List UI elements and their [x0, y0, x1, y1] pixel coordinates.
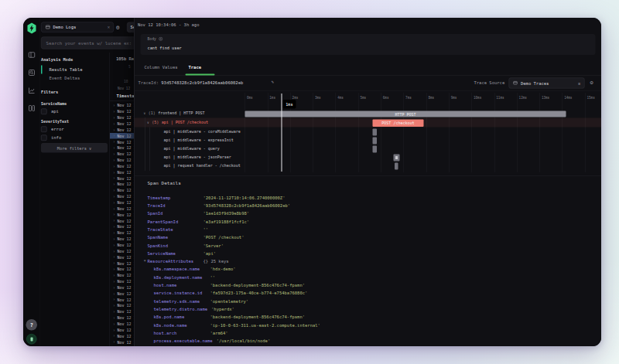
span-detail-row[interactable]: k8s.namespace.name'hdx-demo' [154, 267, 598, 274]
span-bar[interactable] [372, 146, 377, 153]
log-source-select[interactable]: Demo Logs ✕ [41, 22, 114, 33]
chevron-right-icon: › [110, 249, 118, 253]
span-detail-row[interactable]: telemetry.distro.name'hyperdx' [154, 306, 598, 314]
chevron-right-icon: › [110, 237, 118, 241]
mode-event-deltas[interactable]: Event Deltas [41, 74, 107, 83]
span-bar[interactable]: HTTP POST [245, 111, 566, 117]
span-detail-row[interactable]: process.executable.name'/usr/local/bin/n… [154, 338, 598, 345]
attribute-value: '' [210, 274, 216, 281]
database-icon[interactable] [28, 104, 36, 112]
attribute-key: k8s.namespace.name [154, 267, 210, 273]
chevron-right-icon: › [110, 152, 118, 156]
span-detail-row[interactable]: k8s.deployment.name'' [154, 274, 598, 282]
tab-column-values[interactable]: Column Values [145, 65, 178, 70]
axis-tick-label: 8ms [428, 96, 434, 100]
tree-guide-line [145, 117, 146, 171]
span-detail-row[interactable]: k8s.pod.name'backend-deployment-856c476c… [154, 315, 598, 322]
gridline [517, 93, 518, 172]
gear-icon[interactable]: ⚙ [590, 79, 593, 85]
body-card: Body cant find user [141, 34, 596, 55]
chevron-right-icon: › [110, 261, 118, 265]
span-label[interactable]: api | middleware - expressInit [164, 138, 234, 142]
span-detail-row[interactable]: TraceId'93d5748328c2cb9f1a8426aab06002eb… [148, 202, 598, 210]
span-detail-row[interactable]: ParentSpanId'e3af19188f1fcf1c' [148, 219, 598, 226]
span-detail-row[interactable]: k8s.node.name'ip-10-0-63-311.us-east-2.c… [154, 322, 598, 330]
chart-icon[interactable] [28, 87, 36, 94]
span-detail-row[interactable]: host.name'backend-deployment-856c476c74-… [154, 282, 598, 290]
span-label[interactable]: ∨(1)frontend | HTTP POST [144, 111, 205, 116]
span-label[interactable]: api | middleware - query [164, 146, 220, 151]
checkbox-icon[interactable] [41, 109, 47, 115]
clear-icon[interactable]: ✕ [108, 25, 110, 30]
search-logs-icon[interactable] [28, 69, 36, 77]
gridline [539, 93, 540, 172]
attribute-key: process.executable.name [154, 338, 217, 344]
chevron-right-icon: › [110, 182, 118, 186]
gridline [404, 93, 405, 172]
span-detail-row[interactable]: SpanKind'Server' [148, 243, 598, 250]
mode-results-table[interactable]: Results Table [41, 66, 107, 74]
span-detail-row[interactable]: ServiceName'api' [148, 250, 598, 258]
chevron-right-icon: › [110, 140, 118, 144]
gear-icon[interactable]: ⚙ [116, 22, 120, 32]
span-name: api | middleware - jsonParser [164, 155, 231, 159]
span-detail-row[interactable]: telemetry.sdk.name'opentelemetry' [154, 298, 598, 306]
span-label[interactable]: api | request handler - /checkout [164, 163, 241, 168]
filter-group-servicename: ServiceName [41, 101, 67, 106]
span-detail-row[interactable]: SpanId'1ae1d3f9d39e8b98' [148, 211, 598, 219]
chevron-right-icon: › [110, 121, 118, 125]
app-window: ? Demo Logs ✕ ⚙ Search Search your event… [23, 18, 601, 346]
attribute-value: 'Server' [203, 243, 224, 249]
chevron-down-icon[interactable]: ∨ [147, 120, 149, 124]
checkbox-icon[interactable] [41, 135, 47, 141]
span-bar[interactable] [393, 155, 399, 162]
chevron-right-icon: › [110, 340, 118, 344]
span-name: api | middleware - expressInit [164, 138, 234, 142]
gridline [313, 93, 313, 172]
filter-option-label: error [51, 127, 64, 132]
span-detail-row[interactable]: *ResourceAttributes{} 25 keys [148, 258, 598, 266]
chevron-right-icon: › [110, 146, 118, 150]
tab-trace[interactable]: Trace [189, 65, 202, 70]
trace-source-select[interactable]: Demo Traces ≡ [509, 78, 585, 89]
chevron-right-icon: › [110, 322, 118, 326]
sidebar-panel-icon[interactable] [28, 51, 36, 59]
help-button[interactable]: ? [26, 319, 38, 331]
attribute-value: 'backend-deployment-856c476c74-fpsmn' [210, 282, 306, 288]
span-bar[interactable]: POST /checkout [372, 120, 423, 128]
span-bar[interactable] [395, 163, 398, 170]
section-divider [135, 176, 602, 177]
span-label[interactable]: api | middleware - corsMiddleware [164, 129, 241, 134]
span-detail-row[interactable]: Timestamp'2024-11-12T10:14:06.274000000Z… [148, 195, 598, 202]
span-detail-row[interactable]: host.arch'arm64' [154, 330, 598, 338]
axis-tick-label: 13ms [542, 96, 549, 100]
checkbox-icon[interactable] [41, 127, 47, 133]
span-bar[interactable] [372, 129, 377, 136]
chevron-right-icon: › [110, 189, 118, 192]
attribute-value: '2024-11-12T10:14:06.274000000Z' [203, 195, 286, 201]
chevron-right-icon: › [110, 316, 118, 320]
filter-option-error[interactable]: error [41, 127, 64, 133]
status-indicator[interactable] [26, 334, 37, 345]
span-details-title: Span Details [148, 180, 181, 185]
chevron-right-icon: › [110, 298, 118, 301]
axis-tick-label: 11ms [496, 96, 504, 100]
chevron-down-icon[interactable]: ∨ [144, 111, 146, 115]
span-detail-row[interactable]: service.instance.id'fa597d23-175a-40ce-b… [154, 291, 598, 298]
more-filters-button[interactable]: More filters ∨ [41, 143, 108, 153]
app-logo-icon[interactable] [26, 22, 38, 34]
filter-option-api[interactable]: api [41, 109, 59, 115]
chevron-right-icon: › [110, 291, 118, 295]
filter-option-info[interactable]: info [41, 135, 61, 141]
axis-tick-label: 12ms [519, 96, 527, 100]
span-detail-row[interactable]: SpanName'POST /checkout' [148, 235, 598, 243]
span-label[interactable]: ∨(5)api | POST /checkout [147, 120, 208, 124]
histogram-x-tick: Nov 12 [118, 87, 130, 90]
span-detail-row[interactable]: TraceState'' [148, 226, 598, 234]
edit-pencil-icon[interactable]: ✎ [272, 80, 274, 85]
filters-label: Filters [41, 90, 58, 94]
span-bar[interactable] [372, 138, 377, 145]
span-label[interactable]: api | middleware - jsonParser [164, 155, 231, 159]
axis-tick-label: 0ms [247, 96, 253, 100]
gridline [268, 93, 268, 172]
